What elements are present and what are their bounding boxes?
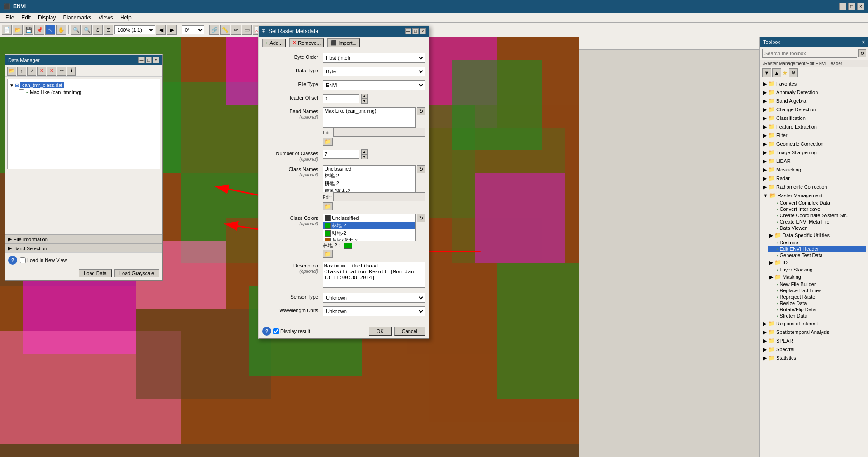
tb-radar-header[interactable]: ▶ 📁 Radar <box>762 174 866 182</box>
tb-anomaly-header[interactable]: ▶ 📁 Anomaly Detection <box>762 88 866 96</box>
toolbox-collapse-all[interactable]: ▲ <box>772 68 781 77</box>
tb-statistics-header[interactable]: ▶ 📁 Statistics <box>762 354 866 362</box>
toolbox-close-btn[interactable]: × <box>862 38 865 46</box>
data-manager-minimize[interactable]: — <box>138 57 145 63</box>
display-result-checkbox[interactable] <box>273 328 279 334</box>
data-manager-close[interactable]: × <box>153 57 159 63</box>
class-colors-refresh[interactable]: ↻ <box>417 214 425 222</box>
toolbox-settings[interactable]: ⚙ <box>789 68 798 77</box>
zoom-next-btn[interactable]: ▶ <box>167 25 177 35</box>
load-grayscale-btn[interactable]: Load Grayscale <box>114 269 159 277</box>
dm-help-btn[interactable]: ? <box>8 256 17 265</box>
menu-file[interactable]: File <box>2 14 18 22</box>
tb-create-envi-meta[interactable]: ▪ Create ENVI Meta File <box>768 219 866 225</box>
rotation-select[interactable]: 0° <box>182 25 204 34</box>
zoom-in-btn[interactable]: 🔍 <box>71 25 81 35</box>
sensor-type-select[interactable]: Unknown <box>323 293 425 303</box>
class-colors-listbox[interactable]: Unclassified 林地-2 耕地-2 <box>323 214 416 241</box>
class-names-item-1[interactable]: 林地-2 <box>323 172 415 180</box>
expand-icon[interactable]: ▼ <box>9 83 14 88</box>
tb-band-algebra-header[interactable]: ▶ 📁 Band Algebra <box>762 97 866 105</box>
tb-create-coord[interactable]: ▪ Create Coordinate System Str... <box>768 212 866 219</box>
tb-mosaicking-header[interactable]: ▶ 📁 Mosaicking <box>762 166 866 174</box>
num-spinner-down[interactable]: ▼ <box>361 154 368 159</box>
toolbox-refresh-btn[interactable]: ↻ <box>858 49 866 57</box>
tb-destripe[interactable]: ▪ Destripe <box>768 239 866 246</box>
description-textarea[interactable]: Maximum Likelihood Classification Result… <box>323 262 425 288</box>
band-names-item[interactable]: Max Like (can_tmr.img) <box>323 108 415 114</box>
dm-edit-btn[interactable]: ✏ <box>57 67 66 76</box>
dialog-minimize[interactable]: — <box>405 28 411 34</box>
dm-up-btn[interactable]: ↑ <box>17 67 26 76</box>
ruler-btn[interactable]: 📏 <box>220 25 230 35</box>
dialog-maximize[interactable]: □ <box>412 28 419 34</box>
band-names-listbox[interactable]: Max Like (can_tmr.img) <box>323 107 416 128</box>
remove-btn[interactable]: ✕ Remove... <box>289 38 324 47</box>
byte-order-select[interactable]: Host (Intel) <box>323 53 425 63</box>
menu-placemarks[interactable]: Placemarks <box>59 14 95 22</box>
band-selection-section[interactable]: ▶ Band Selection <box>5 243 162 252</box>
dm-delete-btn[interactable]: ✕ <box>37 67 46 76</box>
minimize-btn[interactable]: — <box>839 3 846 10</box>
pan-btn[interactable]: ✋ <box>56 25 66 35</box>
tb-spatiotemporal-header[interactable]: ▶ 📁 Spatiotemporal Analysis <box>762 328 866 336</box>
num-classes-spinner[interactable]: ▲ ▼ <box>361 149 368 159</box>
load-new-view-checkbox[interactable] <box>20 257 26 263</box>
annotate-btn[interactable]: ✏ <box>231 25 241 35</box>
menu-views[interactable]: Views <box>95 14 117 22</box>
tb-spectral-header[interactable]: ▶ 📁 Spectral <box>762 345 866 353</box>
num-spinner-up[interactable]: ▲ <box>361 149 368 154</box>
tb-lidar-header[interactable]: ▶ 📁 LiDAR <box>762 157 866 165</box>
open-btn[interactable]: 📂 <box>13 25 23 35</box>
maximize-btn[interactable]: □ <box>848 3 855 10</box>
tree-file-label[interactable]: can_tmr_class.dat <box>20 82 64 88</box>
tb-new-file-builder[interactable]: ▪ New File Builder <box>768 281 866 287</box>
band-names-browse[interactable]: 📁 <box>323 138 333 146</box>
tb-edit-envi-header[interactable]: ▪ Edit ENVI Header <box>768 246 866 252</box>
tb-stretch-data[interactable]: ▪ Stretch Data <box>768 313 866 319</box>
tb-layer-stacking[interactable]: ▪ Layer Stacking <box>768 267 866 273</box>
dialog-title-controls[interactable]: — □ × <box>405 28 426 34</box>
tb-filter-header[interactable]: ▶ 📁 Filter <box>762 131 866 139</box>
band-names-refresh[interactable]: ↻ <box>417 107 425 115</box>
new-btn[interactable]: 📄 <box>2 25 12 35</box>
band-names-edit-input[interactable] <box>333 128 425 137</box>
zoom-prev-btn[interactable]: ◀ <box>156 25 166 35</box>
cancel-btn[interactable]: Cancel <box>394 327 425 336</box>
load-data-btn[interactable]: Load Data <box>79 269 112 277</box>
dm-open-btn[interactable]: 📂 <box>7 67 16 76</box>
num-classes-input[interactable] <box>323 150 359 159</box>
tb-idl-header[interactable]: ▶ 📁 IDL <box>768 258 866 267</box>
tb-roi-header[interactable]: ▶ 📁 Regions of Interest <box>762 319 866 328</box>
dialog-help-btn[interactable]: ? <box>262 327 271 336</box>
menu-edit[interactable]: Edit <box>18 14 34 22</box>
tb-spear-header[interactable]: ▶ 📁 SPEAR <box>762 337 866 345</box>
dm-info-btn[interactable]: ℹ <box>67 67 76 76</box>
tb-data-viewer[interactable]: ▪ Data Viewer <box>768 225 866 231</box>
wavelength-units-select[interactable]: Unknown <box>323 306 425 316</box>
color-item-3[interactable]: 草地/灌木-2 <box>323 237 415 241</box>
tb-generate-test[interactable]: ▪ Generate Test Data <box>768 252 866 258</box>
tb-feature-extraction-header[interactable]: ▶ 📁 Feature Extraction <box>762 123 866 131</box>
selected-color-swatch[interactable] <box>344 243 352 249</box>
import-btn[interactable]: ⬛ Import... <box>327 38 359 47</box>
zoom-box-btn[interactable]: ⊡ <box>104 25 113 35</box>
zoom-out-btn[interactable]: 🔍 <box>82 25 92 35</box>
tree-child-checkbox[interactable] <box>19 89 24 95</box>
pin-btn[interactable]: 📌 <box>34 25 44 35</box>
color-item-2[interactable]: 耕地-2 <box>323 229 415 237</box>
header-offset-input[interactable] <box>323 94 359 103</box>
tb-rotate-flip[interactable]: ▪ Rotate/Flip Data <box>768 306 866 313</box>
tb-convert-complex[interactable]: ▪ Convert Complex Data <box>768 200 866 206</box>
toolbox-search-input[interactable] <box>762 49 857 58</box>
tb-replace-bad-lines[interactable]: ▪ Replace Bad Lines <box>768 287 866 294</box>
zoom-circle-btn[interactable]: ⊙ <box>93 25 103 35</box>
class-names-browse[interactable]: 📁 <box>323 202 333 210</box>
class-colors-browse[interactable]: 📁 <box>323 250 333 258</box>
dm-refresh-btn[interactable]: ✕ <box>47 67 56 76</box>
close-btn[interactable]: × <box>857 3 864 10</box>
add-btn[interactable]: + Add... <box>262 39 286 47</box>
color-item-0[interactable]: Unclassified <box>323 214 415 222</box>
tb-raster-management-header[interactable]: ▼ 📂 Raster Management <box>762 191 866 200</box>
tb-change-detection-header[interactable]: ▶ 📁 Change Detection <box>762 105 866 114</box>
